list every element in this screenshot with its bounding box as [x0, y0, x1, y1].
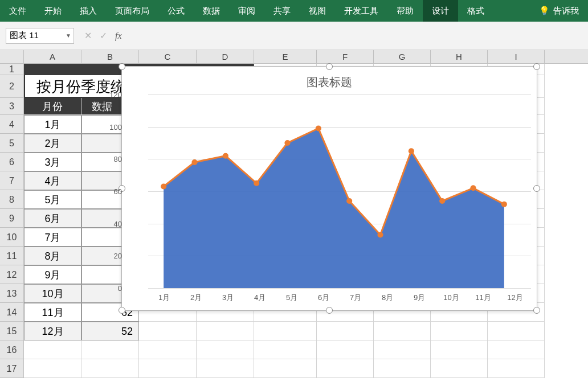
resize-handle[interactable]	[533, 307, 540, 314]
cell[interactable]	[431, 340, 488, 359]
row-header[interactable]: 3	[0, 98, 24, 115]
cell[interactable]	[488, 322, 545, 340]
confirm-icon[interactable]: ✓	[100, 30, 107, 41]
column-header[interactable]: A	[24, 50, 81, 63]
row-header[interactable]: 4	[0, 115, 24, 134]
cancel-icon[interactable]: ✕	[84, 30, 92, 41]
cell-month[interactable]: 1月	[24, 115, 81, 134]
resize-handle[interactable]	[533, 63, 540, 70]
cell[interactable]	[488, 359, 545, 378]
spreadsheet-grid[interactable]: 1 2 按月份季度统计分析报告 3 月份 数据 41月6352月7863月827…	[0, 64, 588, 378]
row-header[interactable]: 15	[0, 322, 24, 340]
resize-handle[interactable]	[119, 307, 125, 314]
row-header[interactable]: 10	[0, 228, 24, 247]
cell-month[interactable]: 11月	[24, 303, 81, 322]
ribbon-tab[interactable]: 数据	[194, 0, 229, 22]
cell[interactable]	[24, 359, 81, 378]
cell[interactable]	[374, 340, 431, 359]
cell[interactable]	[431, 359, 488, 378]
cell[interactable]	[374, 359, 431, 378]
row-header[interactable]: 2	[0, 75, 24, 98]
ribbon-tab[interactable]: 开发工具	[335, 0, 387, 22]
cell-value[interactable]: 52	[81, 322, 139, 340]
cell[interactable]	[24, 340, 81, 359]
embedded-chart[interactable]: 图表标题 020406080100120 1月2月3月4月5月6月7月8月9月1…	[121, 66, 537, 311]
ribbon-tab[interactable]: 公式	[158, 0, 194, 22]
cell[interactable]	[317, 322, 374, 340]
cell-month[interactable]: 9月	[24, 265, 81, 284]
cell[interactable]	[254, 340, 317, 359]
ribbon-tab[interactable]: 设计	[423, 0, 458, 22]
cell-month[interactable]: 12月	[24, 322, 81, 340]
ribbon-tab[interactable]: 帮助	[387, 0, 423, 22]
tell-me[interactable]: 💡告诉我	[530, 0, 588, 22]
cell[interactable]	[317, 359, 374, 378]
cell-month[interactable]: 6月	[24, 209, 81, 228]
row-header[interactable]: 9	[0, 209, 24, 228]
column-header[interactable]: C	[139, 50, 197, 63]
column-header[interactable]: D	[197, 50, 254, 63]
select-all-corner[interactable]	[0, 50, 24, 63]
row-header[interactable]: 8	[0, 190, 24, 209]
resize-handle[interactable]	[119, 63, 125, 70]
cell[interactable]	[197, 340, 254, 359]
cell-month[interactable]: 8月	[24, 247, 81, 265]
cell[interactable]	[254, 359, 317, 378]
chart-title[interactable]: 图表标题	[122, 67, 537, 95]
chevron-down-icon[interactable]: ▼	[66, 32, 71, 39]
cell[interactable]	[488, 340, 545, 359]
row-header[interactable]: 16	[0, 340, 24, 359]
row-header[interactable]: 1	[0, 64, 24, 75]
ribbon-tab[interactable]: 共享	[264, 0, 300, 22]
cell-month[interactable]: 10月	[24, 284, 81, 303]
cell[interactable]	[81, 359, 139, 378]
cell[interactable]	[374, 322, 431, 340]
chart-marker	[161, 184, 166, 190]
resize-handle[interactable]	[326, 307, 333, 314]
fx-icon[interactable]: fx	[115, 31, 122, 41]
column-header[interactable]: E	[254, 50, 317, 63]
formula-input[interactable]	[132, 28, 588, 44]
name-box-value: 图表 11	[10, 30, 39, 41]
column-headers: ABCDEFGHI	[0, 50, 588, 64]
ribbon-tab[interactable]: 文件	[0, 0, 35, 22]
ribbon-tab[interactable]: 格式	[458, 0, 493, 22]
row-header[interactable]: 13	[0, 284, 24, 303]
row-header[interactable]: 6	[0, 153, 24, 171]
cell-month[interactable]: 7月	[24, 228, 81, 247]
row-header[interactable]: 12	[0, 265, 24, 284]
cell-month[interactable]: 2月	[24, 134, 81, 153]
row-header[interactable]: 14	[0, 303, 24, 322]
resize-handle[interactable]	[533, 185, 540, 192]
cell[interactable]	[197, 322, 254, 340]
cell-month[interactable]: 3月	[24, 153, 81, 171]
ribbon-tab[interactable]: 视图	[300, 0, 335, 22]
cell[interactable]	[254, 322, 317, 340]
cell[interactable]	[197, 359, 254, 378]
name-box[interactable]: 图表 11 ▼	[6, 28, 74, 44]
ribbon-tab[interactable]: 插入	[71, 0, 106, 22]
cell-month[interactable]: 4月	[24, 171, 81, 190]
cell[interactable]	[81, 340, 139, 359]
cell[interactable]	[317, 340, 374, 359]
column-header[interactable]: F	[317, 50, 374, 63]
ribbon-tab[interactable]: 页面布局	[106, 0, 158, 22]
row-header[interactable]: 11	[0, 247, 24, 265]
column-header[interactable]: B	[81, 50, 139, 63]
column-header[interactable]: H	[431, 50, 488, 63]
cell[interactable]	[431, 322, 488, 340]
cell[interactable]	[139, 322, 197, 340]
ribbon-tab[interactable]: 开始	[35, 0, 71, 22]
column-header[interactable]: I	[488, 50, 545, 63]
column-header[interactable]: G	[374, 50, 431, 63]
header-month[interactable]: 月份	[24, 98, 81, 115]
row-header[interactable]: 5	[0, 134, 24, 153]
row-header[interactable]: 7	[0, 171, 24, 190]
cell-month[interactable]: 5月	[24, 190, 81, 209]
cell[interactable]	[139, 340, 197, 359]
chart-plot-area[interactable]: 020406080100120 1月2月3月4月5月6月7月8月9月10月11月…	[148, 95, 520, 288]
cell[interactable]	[139, 359, 197, 378]
resize-handle[interactable]	[326, 63, 333, 70]
row-header[interactable]: 17	[0, 359, 24, 378]
ribbon-tab[interactable]: 审阅	[229, 0, 264, 22]
